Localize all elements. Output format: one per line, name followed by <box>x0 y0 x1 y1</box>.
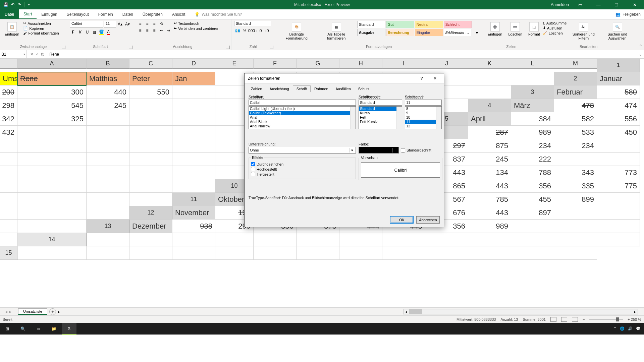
wrap-text-button[interactable]: ↩Textumbruch <box>174 21 219 26</box>
cell-H6[interactable] <box>87 139 129 153</box>
cell-H8[interactable] <box>0 166 17 179</box>
style-standard[interactable]: Standard <box>357 21 385 28</box>
cell-C15[interactable] <box>129 246 172 260</box>
column-header-C[interactable]: C <box>129 59 172 69</box>
undo-icon[interactable]: ↶ <box>11 2 14 7</box>
cell-M13[interactable] <box>0 233 17 246</box>
name-box[interactable]: B1▾ <box>0 50 27 58</box>
column-header-A[interactable]: A <box>17 59 87 69</box>
cell-B1[interactable]: Rene <box>17 72 87 85</box>
cell-K10[interactable] <box>17 193 87 206</box>
paste-button[interactable]: 📋 Einfügen <box>3 21 21 38</box>
column-header-L[interactable]: L <box>511 59 554 69</box>
style-erklaerend[interactable]: Erklärender … <box>444 29 472 36</box>
search-icon[interactable]: 🔍 <box>15 323 30 335</box>
cell-L1[interactable] <box>468 72 511 85</box>
cell-I13[interactable]: 989 <box>468 220 511 233</box>
cell-F15[interactable] <box>254 246 297 260</box>
indent-increase-button[interactable]: ⇥ <box>165 27 172 34</box>
align-top-button[interactable]: ≡ <box>137 21 144 27</box>
cell-K11[interactable] <box>0 206 17 220</box>
cell-H11[interactable]: 455 <box>511 193 554 206</box>
tray-chevron-icon[interactable]: ⌃ <box>613 326 616 331</box>
font-dialog-launcher[interactable] <box>129 46 132 49</box>
cell-I9[interactable] <box>0 179 17 193</box>
cell-D2[interactable]: 440 <box>87 85 129 99</box>
cell-K8[interactable] <box>129 166 172 179</box>
orientation-button[interactable]: ⟲ <box>158 21 165 27</box>
styles-more-button[interactable]: ▾ <box>474 29 480 36</box>
size-list-scrollbar[interactable] <box>436 107 441 129</box>
cell-D3[interactable]: 545 <box>17 99 87 112</box>
column-header-I[interactable]: I <box>382 59 425 69</box>
cell-F14[interactable] <box>297 233 339 246</box>
page-layout-view-icon[interactable] <box>561 317 567 322</box>
format-painter-button[interactable]: 🖌Format übertragen <box>23 31 59 36</box>
increase-font-icon[interactable]: A▴ <box>117 21 123 27</box>
cell-L10[interactable] <box>87 193 129 206</box>
dlg-tab-ausfuellen[interactable]: Ausfüllen <box>332 85 355 92</box>
font-color-select[interactable] <box>359 147 399 154</box>
tab-seitenlayout[interactable]: Seitenlayout <box>62 9 94 19</box>
cell-C4[interactable]: 474 <box>597 99 640 112</box>
add-sheet-button[interactable]: + <box>49 308 56 315</box>
cell-M1[interactable] <box>511 72 554 85</box>
font-name-select[interactable]: Calibri <box>70 21 103 27</box>
italic-button[interactable]: K <box>77 29 84 36</box>
cell-M11[interactable] <box>87 206 129 220</box>
cell-F7[interactable] <box>597 139 640 153</box>
cell-C6[interactable]: 989 <box>511 126 554 139</box>
dlg-tab-rahmen[interactable]: Rahmen <box>311 85 332 92</box>
cell-L15[interactable] <box>511 246 554 260</box>
cell-F2[interactable] <box>172 85 215 99</box>
subscript-checkbox[interactable]: Tiefgestellt <box>251 172 354 177</box>
column-header-B[interactable]: B <box>87 59 129 69</box>
cell-J15[interactable] <box>425 246 468 260</box>
cell-K9[interactable] <box>87 179 129 193</box>
conditional-formatting-button[interactable]: 🎨Bedingte Formatierung <box>278 21 316 42</box>
prev-sheet-icon[interactable]: ◂ <box>5 309 7 314</box>
size-list[interactable]: 8 9 10 11 12 14 <box>405 106 442 129</box>
cells-format-button[interactable]: ⬚Format <box>526 21 542 38</box>
sort-filter-button[interactable]: A↓Sortieren und Filtern <box>569 21 598 42</box>
cell-E6[interactable]: 450 <box>597 126 640 139</box>
column-header-F[interactable]: F <box>254 59 297 69</box>
align-center-button[interactable]: ≡ <box>144 27 151 34</box>
cell-F4[interactable] <box>87 112 129 126</box>
cell-A4[interactable]: März <box>511 99 554 112</box>
cell-L14[interactable] <box>554 233 597 246</box>
superscript-checkbox[interactable]: Hochgestellt <box>251 167 354 172</box>
cell-F10[interactable]: 443 <box>468 179 511 193</box>
cut-button[interactable]: ✂Ausschneiden <box>23 21 59 26</box>
percent-button[interactable]: % <box>241 27 248 34</box>
tab-formeln[interactable]: Formeln <box>94 9 118 19</box>
align-right-button[interactable]: ≡ <box>151 27 158 34</box>
cell-H10[interactable]: 335 <box>554 179 597 193</box>
cell-I11[interactable]: 899 <box>554 193 597 206</box>
cell-J11[interactable] <box>597 193 640 206</box>
cell-K14[interactable] <box>511 233 554 246</box>
excel-taskbar-icon[interactable]: X <box>62 323 76 335</box>
underline-select[interactable]: Ohne <box>249 147 356 154</box>
normal-view-icon[interactable] <box>550 317 556 322</box>
cell-M12[interactable] <box>17 220 87 233</box>
cell-E8[interactable]: 222 <box>511 153 554 166</box>
cell-F5[interactable] <box>17 126 87 139</box>
cell-A3[interactable]: Februar <box>554 85 597 99</box>
tab-start[interactable]: Start <box>19 9 37 19</box>
cell-D6[interactable]: 533 <box>554 126 597 139</box>
network-icon[interactable]: 🌐 <box>620 326 625 331</box>
standard-font-checkbox[interactable]: Standardschrift <box>401 148 431 153</box>
row-header-12[interactable]: 12 <box>129 206 172 220</box>
dlg-tab-zahlen[interactable]: Zahlen <box>247 85 266 92</box>
cell-H14[interactable] <box>382 233 425 246</box>
cell-C7[interactable]: 875 <box>468 139 511 153</box>
format-as-table-button[interactable]: ▦Als Tabelle formatieren <box>318 21 355 42</box>
cell-C5[interactable]: 582 <box>554 112 597 126</box>
autosum-button[interactable]: ΣAutoSumme <box>543 21 567 25</box>
cell-D7[interactable]: 234 <box>511 139 554 153</box>
enter-formula-icon[interactable]: ✓ <box>36 52 39 57</box>
cell-M10[interactable] <box>129 193 172 206</box>
cell-K13[interactable] <box>554 220 597 233</box>
row-header-1[interactable]: 1 <box>597 59 640 72</box>
